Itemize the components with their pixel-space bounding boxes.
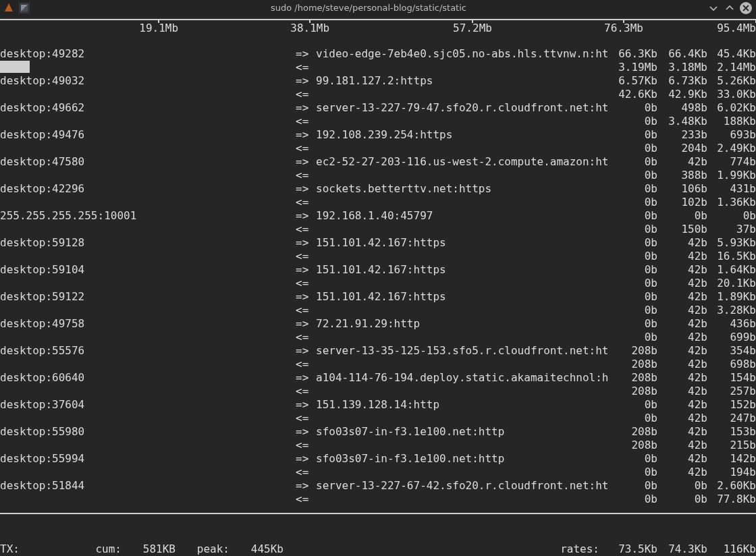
connection-row: desktop:49476=>192.108.239.254:https0b23… <box>0 128 756 142</box>
connection-destination: server-13-227-67-42.sfo20.r.cloudfront.n… <box>316 479 608 493</box>
rate-40s: 247b <box>707 412 756 425</box>
rate-2s: 0b <box>608 182 657 196</box>
connection-destination <box>316 385 608 398</box>
connection-destination <box>316 115 608 128</box>
connection-destination: a104-114-76-194.deploy.static.akamaitech… <box>316 371 608 385</box>
direction-arrow: => <box>296 128 316 142</box>
rate-10s: 106b <box>657 182 707 196</box>
direction-arrow: => <box>296 263 316 277</box>
rate-40s: 5.26Kb <box>707 74 756 88</box>
rate-2s: 0b <box>608 304 657 317</box>
rate-10s: 150b <box>657 223 707 236</box>
rate-10s: 42.9Kb <box>657 88 707 101</box>
rate-2s: 208b <box>608 385 657 398</box>
rate-2s: 0b <box>608 169 657 182</box>
rate-10s: 204b <box>657 142 707 155</box>
connection-source: desktop:59104 <box>0 263 296 277</box>
direction-arrow: => <box>296 74 316 88</box>
connection-destination <box>316 466 608 479</box>
connection-source: desktop:49476 <box>0 128 296 142</box>
connection-row: desktop:49282=>video-edge-7eb4e0.sjc05.n… <box>0 47 756 61</box>
connection-destination <box>316 277 608 290</box>
rate-2s: 66.3Kb <box>608 47 657 61</box>
connection-source <box>0 250 296 263</box>
rate-10s: 66.4Kb <box>657 47 707 61</box>
rate-40s: 5.93Kb <box>707 236 756 250</box>
connection-source: desktop:42296 <box>0 182 296 196</box>
rate-10s: 42b <box>657 466 707 479</box>
connection-row: <=0b42b699b <box>0 331 756 344</box>
connection-destination: video-edge-7eb4e0.sjc05.no-abs.hls.ttvnw… <box>316 47 608 61</box>
rate-40s: 1.36Kb <box>707 196 756 209</box>
rate-10s: 42b <box>657 250 707 263</box>
rate-10s: 42b <box>657 452 707 466</box>
connection-source <box>0 61 296 74</box>
connection-source <box>0 115 296 128</box>
direction-arrow: => <box>296 371 316 385</box>
tx-peak: 445Kb <box>230 543 284 556</box>
direction-arrow: => <box>296 209 316 223</box>
rate-2s: 3.19Mb <box>608 61 657 74</box>
rate-2s: 0b <box>608 479 657 493</box>
connection-source: desktop:55980 <box>0 425 296 439</box>
connection-destination: 99.181.127.2:https <box>316 74 608 88</box>
direction-arrow: => <box>296 236 316 250</box>
rate-40s: 45.4Kb <box>707 47 756 61</box>
connection-source <box>0 88 296 101</box>
connection-row: desktop:49032=>99.181.127.2:https6.57Kb6… <box>0 74 756 88</box>
close-button[interactable] <box>740 2 752 14</box>
connection-row: <=0b3.48Kb188Kb <box>0 115 756 128</box>
bandwidth-scale: 19.1Mb38.1Mb57.2Mb76.3Mb95.4Mb <box>0 20 756 32</box>
rate-2s: 0b <box>608 250 657 263</box>
direction-arrow: => <box>296 344 316 358</box>
rate-10s: 42b <box>657 412 707 425</box>
connection-destination: 151.101.42.167:https <box>316 290 608 304</box>
connection-source <box>0 385 296 398</box>
scale-label: 76.3Mb <box>604 22 643 35</box>
rate-40s: 774b <box>707 155 756 169</box>
direction-arrow: <= <box>296 304 316 317</box>
rate-40s: 154b <box>707 371 756 385</box>
rate-2s: 208b <box>608 358 657 371</box>
connection-destination: sockets.betterttv.net:https <box>316 182 608 196</box>
connection-destination: 192.108.239.254:https <box>316 128 608 142</box>
connection-source: desktop:49758 <box>0 317 296 331</box>
rate-40s: 2.14Mb <box>707 61 756 74</box>
rate-2s: 0b <box>608 466 657 479</box>
close-icon <box>742 5 749 11</box>
minimize-button[interactable] <box>707 2 720 14</box>
rate-40s: 153b <box>707 425 756 439</box>
connection-row: 255.255.255.255:10001=>192.168.1.40:4579… <box>0 209 756 223</box>
rates-label: rates: <box>284 543 608 556</box>
rate-2s: 0b <box>608 412 657 425</box>
connection-row: <=42.6Kb42.9Kb33.0Kb <box>0 88 756 101</box>
rate-10s: 0b <box>657 479 707 493</box>
connection-source: desktop:59122 <box>0 290 296 304</box>
connection-source <box>0 223 296 236</box>
direction-arrow: => <box>296 479 316 493</box>
rate-2s: 6.57Kb <box>608 74 657 88</box>
tx-r2: 73.5Kb <box>608 543 657 556</box>
rate-2s: 0b <box>608 209 657 223</box>
terminal-viewport[interactable]: 19.1Mb38.1Mb57.2Mb76.3Mb95.4Mb desktop:4… <box>0 16 756 556</box>
direction-arrow: => <box>296 290 316 304</box>
rate-40s: 698b <box>707 358 756 371</box>
rate-2s: 0b <box>608 236 657 250</box>
app-icon <box>19 3 30 13</box>
connection-destination: server-13-35-125-153.sfo5.r.cloudfront.n… <box>316 344 608 358</box>
direction-arrow: <= <box>296 493 316 506</box>
rate-2s: 0b <box>608 331 657 344</box>
direction-arrow: <= <box>296 142 316 155</box>
connection-source <box>0 466 296 479</box>
connection-source <box>0 493 296 506</box>
rate-40s: 693b <box>707 128 756 142</box>
rate-10s: 3.18Mb <box>657 61 707 74</box>
connection-source: 255.255.255.255:10001 <box>0 209 296 223</box>
rate-40s: 1.89Kb <box>707 290 756 304</box>
connection-source <box>0 169 296 182</box>
connection-row: <=3.19Mb3.18Mb2.14Mb <box>0 61 756 74</box>
maximize-button[interactable] <box>724 2 736 14</box>
rate-40s: 3.28Kb <box>707 304 756 317</box>
direction-arrow: <= <box>296 88 316 101</box>
scale-label: 38.1Mb <box>290 22 329 35</box>
